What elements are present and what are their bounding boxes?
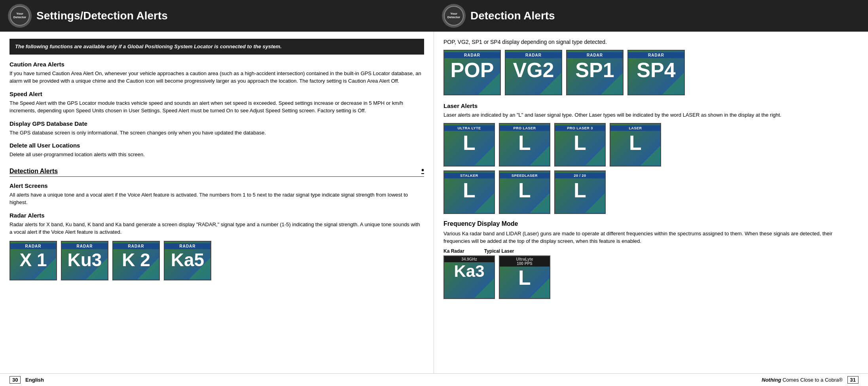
radar-alerts-heading: Radar Alerts bbox=[9, 212, 424, 219]
radar-box-label: RADAR bbox=[444, 52, 500, 58]
gps-db-heading: Display GPS Database Date bbox=[9, 120, 424, 127]
freq-box: 34.9GHzKa3 bbox=[443, 255, 495, 299]
pop-text: POP, VG2, SP1 or SP4 display depending o… bbox=[443, 39, 859, 45]
laser-box-label: SPEEDLASER bbox=[500, 173, 550, 178]
laser-box-signal: L bbox=[463, 132, 476, 153]
right-logo: Your Detector bbox=[442, 4, 466, 28]
left-panel: The following functions are available on… bbox=[0, 32, 434, 373]
radar-box: RADARK 2 bbox=[112, 241, 160, 280]
radar-box: RADARKu3 bbox=[61, 241, 108, 280]
radar-box-label: RADAR bbox=[165, 243, 210, 249]
right-panel: POP, VG2, SP1 or SP4 display depending o… bbox=[434, 32, 868, 373]
gps-notice: The following functions are available on… bbox=[9, 39, 424, 55]
laser-alerts-text: Laser alerts are indicated by an "L" and… bbox=[443, 111, 859, 119]
laser-box-label: PRO LASER bbox=[500, 125, 550, 131]
speed-alert-heading: Speed Alert bbox=[9, 91, 424, 97]
radar-box-signal: Ka5 bbox=[171, 251, 204, 269]
laser-box: SPEEDLASERL bbox=[499, 170, 550, 214]
freq-box: UltraLyte 100 PPSL bbox=[499, 255, 550, 299]
logo-inner-right: Your Detector bbox=[444, 6, 464, 26]
freq-heading: Frequency Display Mode bbox=[443, 220, 859, 227]
header-right: Your Detector Detection Alerts bbox=[434, 0, 868, 32]
laser-box-label: STALKER bbox=[444, 173, 494, 178]
detection-alerts-heading: Detection Alerts bbox=[9, 166, 424, 177]
laser-box-label: 20 / 20 bbox=[555, 173, 605, 178]
freq-sub-label: 34.9GHz bbox=[444, 256, 494, 262]
page-num-left: 30 bbox=[9, 376, 21, 384]
footer: 30 English Nothing Comes Close to a Cobr… bbox=[0, 373, 868, 386]
laser-boxes-row1: ULTRA LYTELPRO LASERLPRO LASER 3LLASERL bbox=[443, 123, 859, 167]
freq-labels-row: Ka Radar Typical Laser bbox=[443, 248, 859, 254]
content-row: The following functions are available on… bbox=[0, 32, 868, 373]
typical-laser-label: Typical Laser bbox=[484, 248, 514, 254]
logo-inner-left: Your Detector bbox=[10, 6, 30, 26]
left-logo: Your Detector bbox=[8, 4, 32, 28]
header-left: Your Detector Settings/Detection Alerts bbox=[0, 0, 434, 32]
laser-box-signal: L bbox=[629, 132, 642, 153]
delete-locations-heading: Delete all User Locations bbox=[9, 142, 424, 149]
laser-box: ULTRA LYTEL bbox=[443, 123, 495, 167]
radar-box-signal: Ku3 bbox=[68, 251, 102, 269]
footer-brand-rest: Comes Close to a Cobra® bbox=[783, 377, 843, 383]
alert-screens-text: All alerts have a unique tone and a voca… bbox=[9, 191, 424, 206]
footer-left: 30 English bbox=[9, 376, 44, 384]
left-logo-text: Your Detector bbox=[11, 12, 29, 19]
page-num-right: 31 bbox=[847, 376, 859, 384]
laser-box-label: LASER bbox=[610, 125, 660, 131]
detection-alerts-label: Detection Alerts bbox=[9, 168, 58, 175]
radar-box-signal: SP1 bbox=[575, 60, 614, 80]
radar-box-label: RADAR bbox=[62, 243, 108, 249]
freq-signal: Ka3 bbox=[454, 263, 484, 280]
headers-row: Your Detector Settings/Detection Alerts … bbox=[0, 0, 868, 32]
footer-right: Nothing Comes Close to a Cobra® 31 bbox=[762, 376, 859, 384]
laser-box-label: ULTRA LYTE bbox=[444, 125, 494, 131]
freq-boxes-row: 34.9GHzKa3UltraLyte 100 PPSL bbox=[443, 255, 859, 299]
laser-box-signal: L bbox=[463, 180, 476, 201]
delete-locations-text: Delete all user-programmed location aler… bbox=[9, 151, 424, 159]
radar-box-label: RADAR bbox=[113, 243, 159, 249]
laser-box-signal: L bbox=[518, 132, 531, 153]
laser-box: PRO LASER 3L bbox=[554, 123, 606, 167]
laser-box: 20 / 20L bbox=[554, 170, 606, 214]
radar-box: RADARKa5 bbox=[164, 241, 211, 280]
freq-display-section: Frequency Display Mode Various Ka radar … bbox=[443, 220, 859, 299]
radar-box: RADARPOP bbox=[443, 50, 501, 95]
detect-left-section: Detection Alerts Alert Screens All alert… bbox=[9, 166, 424, 280]
alert-screens-heading: Alert Screens bbox=[9, 182, 424, 189]
laser-box: LASERL bbox=[610, 123, 661, 167]
right-logo-text: Your Detector bbox=[445, 12, 463, 19]
ka-radar-label: Ka Radar bbox=[443, 248, 464, 254]
laser-box-signal: L bbox=[518, 180, 531, 201]
laser-box: PRO LASERL bbox=[499, 123, 550, 167]
freq-signal: L bbox=[518, 267, 531, 288]
radar-box: RADARVG2 bbox=[505, 50, 562, 95]
footer-brand: Nothing bbox=[762, 377, 781, 383]
footer-lang: English bbox=[25, 377, 44, 383]
radar-box-label: RADAR bbox=[10, 243, 56, 249]
right-header-title: Detection Alerts bbox=[470, 9, 555, 22]
radar-boxes-row: RADARX 1RADARKu3RADARK 2RADARKa5 bbox=[9, 241, 424, 280]
pop-radar-boxes: RADARPOPRADARVG2RADARSP1RADARSP4 bbox=[443, 50, 859, 95]
radar-box-label: RADAR bbox=[506, 52, 561, 58]
laser-box-label: PRO LASER 3 bbox=[555, 125, 605, 131]
speed-alert-text: The Speed Alert with the GPS Locator mod… bbox=[9, 99, 424, 115]
radar-box-signal: SP4 bbox=[637, 60, 675, 80]
freq-text: Various Ka radar band and LIDAR (Laser) … bbox=[443, 230, 859, 245]
radar-box: RADARSP4 bbox=[627, 50, 685, 95]
radar-box-signal: VG2 bbox=[513, 60, 554, 80]
radar-box: RADARSP1 bbox=[566, 50, 624, 95]
radar-box-signal: K 2 bbox=[122, 251, 150, 269]
laser-alerts-heading: Laser Alerts bbox=[443, 102, 859, 109]
radar-box-label: RADAR bbox=[628, 52, 684, 58]
laser-box-signal: L bbox=[574, 132, 586, 153]
radar-box-label: RADAR bbox=[567, 52, 623, 58]
caution-area-heading: Caution Area Alerts bbox=[9, 61, 424, 68]
caution-area-text: If you have turned Caution Area Alert On… bbox=[9, 70, 424, 85]
radar-box-signal: X 1 bbox=[19, 251, 47, 269]
laser-box: STALKERL bbox=[443, 170, 495, 214]
gps-db-text: The GPS database screen is only informat… bbox=[9, 129, 424, 137]
radar-box: RADARX 1 bbox=[9, 241, 57, 280]
laser-boxes-row2: STALKERLSPEEDLASERL20 / 20L bbox=[443, 170, 859, 214]
radar-alerts-text: Radar alerts for X band, Ku band, K band… bbox=[9, 221, 424, 236]
freq-sub-label: UltraLyte 100 PPS bbox=[500, 256, 550, 267]
